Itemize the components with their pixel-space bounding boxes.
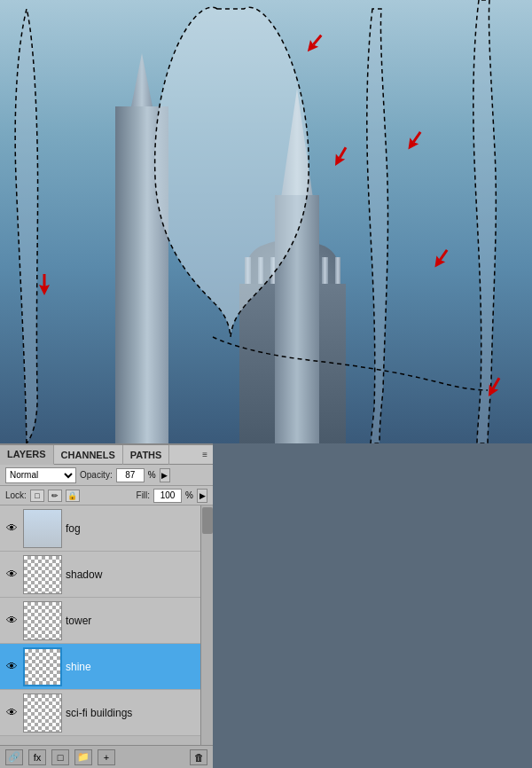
panel-bottom-toolbar: 🔗 fx □ 📁 + 🗑 <box>0 745 213 768</box>
layer-thumb-shine <box>23 647 62 686</box>
canvas-area <box>0 0 532 443</box>
eye-icon-fog: 👁 <box>6 521 18 535</box>
layer-name-tower: tower <box>66 615 91 627</box>
layer-name-scifi: sci-fi buildings <box>66 707 132 719</box>
layer-visibility-tower[interactable]: 👁 <box>4 613 20 629</box>
layer-thumb-fog <box>23 509 62 548</box>
panel-tabs: LAYERS CHANNELS PATHS ≡ <box>0 445 213 465</box>
canvas-right-extension <box>213 443 532 768</box>
opacity-input[interactable] <box>116 468 145 482</box>
opacity-percent: % <box>148 470 156 480</box>
new-group-button[interactable]: 📁 <box>74 749 92 765</box>
fill-input[interactable] <box>153 489 182 503</box>
fill-percent: % <box>185 490 193 500</box>
eye-icon-scifi: 👁 <box>6 706 18 719</box>
tab-layers[interactable]: LAYERS <box>0 445 54 465</box>
layer-list-scrollbar[interactable] <box>200 505 213 745</box>
layer-visibility-scifi[interactable]: 👁 <box>4 705 20 721</box>
add-mask-button[interactable]: □ <box>51 749 69 765</box>
opacity-label: Opacity: <box>80 470 113 480</box>
layer-item-fog[interactable]: 👁 fog <box>0 505 213 552</box>
lock-position-btn[interactable]: 🔒 <box>66 490 80 502</box>
layer-item-shadow[interactable]: 👁 shadow <box>0 552 213 598</box>
layer-item-shine[interactable]: 👁 shine <box>0 644 213 690</box>
layer-visibility-shine[interactable]: 👁 <box>4 659 20 675</box>
lock-pixels-btn[interactable]: ✏ <box>48 490 62 502</box>
eye-icon-shine: 👁 <box>6 660 18 673</box>
blend-opacity-row: Normal Dissolve Multiply Screen Overlay … <box>0 465 213 486</box>
layer-visibility-shadow[interactable]: 👁 <box>4 567 20 583</box>
layer-visibility-fog[interactable]: 👁 <box>4 521 20 537</box>
opacity-arrow[interactable]: ▶ <box>160 468 170 482</box>
chrysler-building <box>275 195 319 443</box>
layer-thumb-tower <box>23 601 62 640</box>
lock-label: Lock: <box>5 490 27 500</box>
layer-thumb-shadow <box>23 555 62 594</box>
layers-panel: LAYERS CHANNELS PATHS ≡ Normal Dissolve … <box>0 443 213 768</box>
panel-menu-button[interactable]: ≡ <box>197 448 213 461</box>
lock-fill-row: Lock: □ ✏ 🔒 Fill: % ▶ <box>0 486 213 505</box>
layer-thumb-scifi <box>23 694 62 733</box>
link-layers-button[interactable]: 🔗 <box>5 749 23 765</box>
layer-name-shadow: shadow <box>66 568 102 581</box>
scrollbar-thumb[interactable] <box>202 507 213 534</box>
tower-windows <box>119 106 165 426</box>
add-style-button[interactable]: fx <box>28 749 46 765</box>
delete-layer-button[interactable]: 🗑 <box>190 749 207 765</box>
layer-name-shine: shine <box>66 661 91 673</box>
eye-icon-tower: 👁 <box>6 614 18 627</box>
fill-label: Fill: <box>137 490 151 500</box>
layer-name-fog: fog <box>66 522 81 535</box>
tab-paths[interactable]: PATHS <box>123 445 170 465</box>
layer-item-scifi[interactable]: 👁 sci-fi buildings <box>0 690 213 736</box>
layer-list: 👁 fog 👁 shadow 👁 tower <box>0 505 213 745</box>
layer-item-tower[interactable]: 👁 tower <box>0 598 213 644</box>
new-layer-button[interactable]: + <box>98 749 115 765</box>
eye-icon-shadow: 👁 <box>6 568 18 581</box>
blend-mode-select[interactable]: Normal Dissolve Multiply Screen Overlay <box>5 467 76 483</box>
tab-channels[interactable]: CHANNELS <box>54 445 123 465</box>
lock-transparent-btn[interactable]: □ <box>30 490 44 502</box>
fill-arrow[interactable]: ▶ <box>197 489 207 503</box>
